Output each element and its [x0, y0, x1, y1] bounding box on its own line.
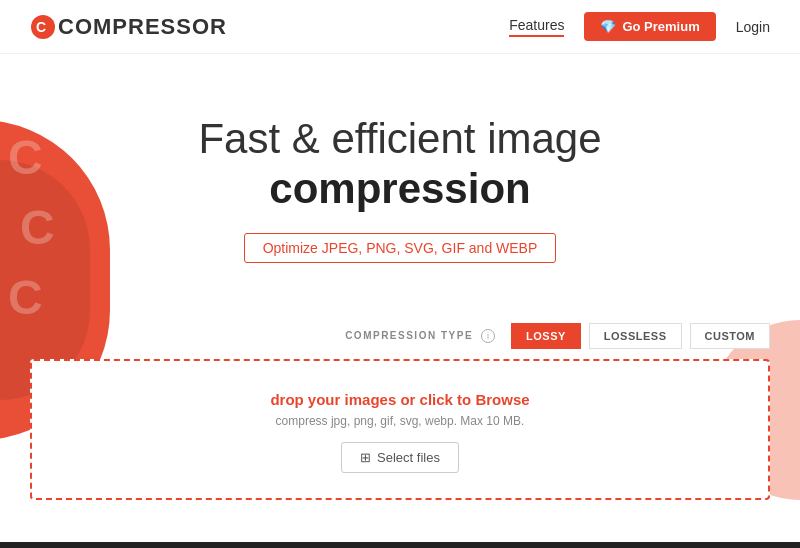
bottom-bar — [0, 542, 800, 548]
drop-primary-text: drop your images or click to Browse — [52, 391, 748, 408]
compression-type-label: COMPRESSION TYPE — [345, 330, 473, 341]
drop-zone[interactable]: drop your images or click to Browse comp… — [30, 359, 770, 500]
gem-icon: 💎 — [600, 19, 616, 34]
logo-icon: C — [30, 14, 56, 40]
compression-custom-button[interactable]: CUSTOM — [690, 323, 770, 349]
logo[interactable]: C COMPRESSOR — [30, 14, 227, 40]
compression-lossy-button[interactable]: LOSSY — [511, 323, 581, 349]
decorative-c3: C — [8, 270, 43, 325]
select-files-label: Select files — [377, 450, 440, 465]
svg-text:C: C — [36, 19, 47, 35]
compression-type-row: COMPRESSION TYPE i LOSSY LOSSLESS CUSTOM — [0, 323, 800, 349]
logo-text: COMPRESSOR — [58, 14, 227, 40]
hero-title-line2: compression — [0, 164, 800, 214]
go-premium-button[interactable]: 💎 Go Premium — [584, 12, 715, 41]
hero-title-line1: Fast & efficient image — [0, 114, 800, 164]
navbar: C COMPRESSOR Features 💎 Go Premium Login — [0, 0, 800, 54]
compression-lossless-button[interactable]: LOSSLESS — [589, 323, 682, 349]
premium-label: Go Premium — [622, 19, 699, 34]
drop-secondary-text: compress jpg, png, gif, svg, webp. Max 1… — [52, 414, 748, 428]
features-link[interactable]: Features — [509, 17, 564, 37]
compression-info-icon[interactable]: i — [481, 329, 495, 343]
select-files-icon: ⊞ — [360, 450, 371, 465]
nav-right: Features 💎 Go Premium Login — [509, 12, 770, 41]
login-link[interactable]: Login — [736, 19, 770, 35]
drop-zone-wrapper: drop your images or click to Browse comp… — [0, 359, 800, 500]
hero-subtitle: Optimize JPEG, PNG, SVG, GIF and WEBP — [244, 233, 557, 263]
select-files-button[interactable]: ⊞ Select files — [341, 442, 459, 473]
hero-section: Fast & efficient image compression Optim… — [0, 54, 800, 263]
